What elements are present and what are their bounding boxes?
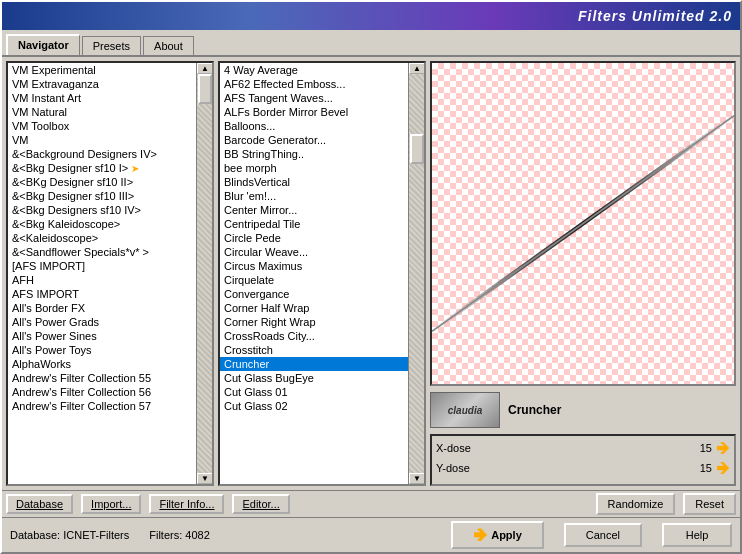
filter-list-item[interactable]: Cut Glass BugEye [220, 371, 408, 385]
filter-list-item[interactable]: Circular Weave... [220, 245, 408, 259]
tab-navigator[interactable]: Navigator [6, 34, 80, 55]
main-content: VM ExperimentalVM ExtravaganzaVM Instant… [2, 57, 740, 490]
main-window: Filters Unlimited 2.0 Navigator Presets … [0, 0, 742, 554]
apply-button[interactable]: 🡺 Apply [451, 521, 544, 549]
filter-list-item[interactable]: CrossRoads City... [220, 329, 408, 343]
claudia-logo: claudia [430, 392, 500, 428]
filter-list-item[interactable]: bee morph [220, 161, 408, 175]
filter-list-item[interactable]: Cut Glass 01 [220, 385, 408, 399]
ydose-label: Y-dose [436, 462, 692, 474]
scroll-track[interactable] [197, 74, 212, 473]
preview-area [430, 61, 736, 386]
left-panel: VM ExperimentalVM ExtravaganzaVM Instant… [6, 61, 426, 486]
filter-list-item[interactable]: ALFs Border Mirror Bevel [220, 105, 408, 119]
preview-svg [432, 63, 734, 384]
filter-list-item[interactable]: Centripedal Tile [220, 217, 408, 231]
scroll-down-btn[interactable]: ▼ [197, 473, 212, 484]
category-list-item[interactable]: &<Sandflower Specials*v* > [8, 245, 196, 259]
filter-scroll-track[interactable] [409, 74, 424, 473]
category-list-container: VM ExperimentalVM ExtravaganzaVM Instant… [6, 61, 214, 486]
category-list-item[interactable]: [AFS IMPORT] [8, 259, 196, 273]
import-button[interactable]: Import... [81, 494, 141, 514]
filter-list-item[interactable]: Balloons... [220, 119, 408, 133]
category-scrollbar[interactable]: ▲ ▼ [196, 63, 212, 484]
filter-list-item[interactable]: Circle Pede [220, 231, 408, 245]
filter-list-item[interactable]: Crosstitch [220, 343, 408, 357]
filter-scrollbar[interactable]: ▲ ▼ [408, 63, 424, 484]
bottom-toolbar: Database Import... Filter Info... Editor… [2, 490, 740, 517]
category-list-item[interactable]: VM [8, 133, 196, 147]
params-area: X-dose 15 🡺 Y-dose 15 🡺 [430, 434, 736, 486]
editor-button[interactable]: Editor... [232, 494, 289, 514]
filter-list-item[interactable]: BlindsVertical [220, 175, 408, 189]
filter-scroll-up-btn[interactable]: ▲ [409, 63, 424, 74]
tab-about[interactable]: About [143, 36, 194, 55]
filter-list-item[interactable]: AF62 Effected Emboss... [220, 77, 408, 91]
xdose-label: X-dose [436, 442, 692, 454]
filter-list-item[interactable]: Circus Maximus [220, 259, 408, 273]
apply-arrow-icon: 🡺 [473, 527, 487, 543]
category-list-item[interactable]: VM Instant Art [8, 91, 196, 105]
title-bar: Filters Unlimited 2.0 [2, 2, 740, 30]
filter-list-item[interactable]: Cirquelate [220, 273, 408, 287]
filter-list-item[interactable]: Corner Right Wrap [220, 315, 408, 329]
category-list-item[interactable]: &<Bkg Designer sf10 I> ➤ [8, 161, 196, 175]
filter-scroll-thumb[interactable] [410, 134, 424, 164]
filter-list-item[interactable]: BB StringThing.. [220, 147, 408, 161]
right-panel: claudia Cruncher X-dose 15 🡺 Y-dose 15 🡺 [430, 61, 736, 486]
category-list-item[interactable]: VM Natural [8, 105, 196, 119]
reset-button[interactable]: Reset [683, 493, 736, 515]
filter-scroll-down-btn[interactable]: ▼ [409, 473, 424, 484]
tabs-row: Navigator Presets About [2, 30, 740, 57]
database-button[interactable]: Database [6, 494, 73, 514]
filter-name-label: Cruncher [508, 403, 561, 417]
cancel-button[interactable]: Cancel [564, 523, 642, 547]
category-list-item[interactable]: AlphaWorks [8, 357, 196, 371]
filter-list-item[interactable]: Barcode Generator... [220, 133, 408, 147]
xdose-value: 15 [692, 442, 712, 454]
category-list-item[interactable]: &<BKg Designer sf10 II> [8, 175, 196, 189]
filters-status: Filters: 4082 [149, 529, 210, 541]
category-list-item[interactable]: &<Bkg Kaleidoscope> [8, 217, 196, 231]
category-list-item[interactable]: AFH [8, 273, 196, 287]
category-list-item[interactable]: All's Power Toys [8, 343, 196, 357]
category-list-item[interactable]: VM Toolbox [8, 119, 196, 133]
filter-list-item[interactable]: 4 Way Average [220, 63, 408, 77]
tab-presets[interactable]: Presets [82, 36, 141, 55]
filter-list-container: 4 Way AverageAF62 Effected Emboss...AFS … [218, 61, 426, 486]
category-list-item[interactable]: &<Bkg Designer sf10 III> [8, 189, 196, 203]
category-list-item[interactable]: VM Experimental [8, 63, 196, 77]
filter-list-item[interactable]: Convergance [220, 287, 408, 301]
svg-line-1 [432, 116, 734, 332]
filter-list-item[interactable]: Cruncher [220, 357, 408, 371]
ydose-arrow-icon[interactable]: 🡺 [716, 460, 730, 476]
category-list-item[interactable]: &<Bkg Designers sf10 IV> [8, 203, 196, 217]
category-list-item[interactable]: Andrew's Filter Collection 56 [8, 385, 196, 399]
param-row-xdose: X-dose 15 🡺 [436, 440, 730, 456]
param-row-ydose: Y-dose 15 🡺 [436, 460, 730, 476]
scroll-up-btn[interactable]: ▲ [197, 63, 212, 74]
category-list-item[interactable]: Andrew's Filter Collection 55 [8, 371, 196, 385]
help-button[interactable]: Help [662, 523, 732, 547]
category-list-item[interactable]: &<Kaleidoscope> [8, 231, 196, 245]
category-list-item[interactable]: AFS IMPORT [8, 287, 196, 301]
xdose-arrow-icon[interactable]: 🡺 [716, 440, 730, 456]
category-list-item[interactable]: &<Background Designers IV> [8, 147, 196, 161]
scroll-thumb[interactable] [198, 74, 212, 104]
category-list-item[interactable]: Andrew's Filter Collection 57 [8, 399, 196, 413]
filter-list-item[interactable]: Center Mirror... [220, 203, 408, 217]
filter-list-item[interactable]: AFS Tangent Waves... [220, 91, 408, 105]
category-list[interactable]: VM ExperimentalVM ExtravaganzaVM Instant… [8, 63, 196, 484]
cruncher-area: claudia Cruncher [430, 390, 736, 430]
filter-info-button[interactable]: Filter Info... [149, 494, 224, 514]
category-list-item[interactable]: VM Extravaganza [8, 77, 196, 91]
category-list-item[interactable]: All's Power Grads [8, 315, 196, 329]
randomize-button[interactable]: Randomize [596, 493, 676, 515]
app-title: Filters Unlimited 2.0 [578, 8, 732, 24]
category-list-item[interactable]: All's Border FX [8, 301, 196, 315]
filter-list[interactable]: 4 Way AverageAF62 Effected Emboss...AFS … [220, 63, 408, 484]
filter-list-item[interactable]: Blur 'em!... [220, 189, 408, 203]
filter-list-item[interactable]: Corner Half Wrap [220, 301, 408, 315]
category-list-item[interactable]: All's Power Sines [8, 329, 196, 343]
filter-list-item[interactable]: Cut Glass 02 [220, 399, 408, 413]
